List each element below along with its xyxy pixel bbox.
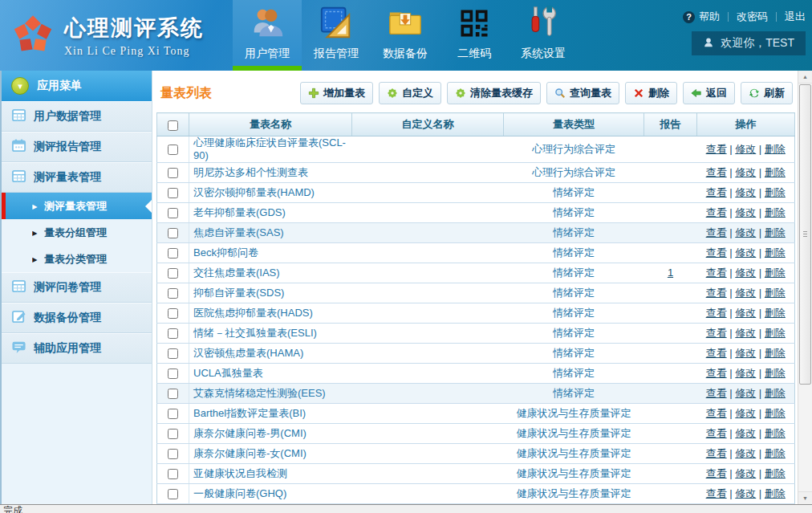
row-checkbox[interactable]	[168, 288, 178, 299]
view-link[interactable]: 查看	[706, 447, 727, 459]
delete-link[interactable]: 删除	[765, 487, 786, 499]
add-scale-button[interactable]: 增加量表	[300, 82, 373, 104]
delete-link[interactable]: 删除	[765, 267, 786, 279]
row-checkbox[interactable]	[168, 145, 178, 155]
edit-link[interactable]: 修改	[735, 143, 756, 155]
sidebar-header[interactable]: ▾ 应用菜单	[2, 71, 152, 101]
view-link[interactable]: 查看	[706, 287, 727, 299]
row-checkbox[interactable]	[168, 188, 178, 198]
row-checkbox[interactable]	[168, 268, 178, 279]
row-checkbox[interactable]	[168, 168, 178, 178]
delete-button[interactable]: 删除	[625, 82, 677, 104]
row-checkbox[interactable]	[168, 429, 178, 439]
nav-item-data-backup[interactable]: 数据备份	[371, 0, 440, 71]
view-link[interactable]: 查看	[706, 347, 727, 359]
help-link[interactable]: 帮助	[699, 10, 720, 24]
view-link[interactable]: 查看	[706, 186, 727, 198]
delete-link[interactable]: 删除	[765, 407, 786, 419]
delete-link[interactable]: 删除	[765, 186, 786, 198]
edit-link[interactable]: 修改	[735, 467, 756, 479]
edit-link[interactable]: 修改	[735, 387, 756, 399]
change-password-link[interactable]: 改密码	[737, 10, 768, 24]
delete-link[interactable]: 删除	[765, 467, 786, 479]
view-link[interactable]: 查看	[706, 307, 727, 319]
sidebar-subitem-scale-grouping[interactable]: ▶ 量表分组管理	[2, 219, 152, 246]
scroll-down-arrow-icon[interactable]: ▼	[798, 491, 812, 504]
nav-item-system-settings[interactable]: 系统设置	[509, 0, 578, 71]
row-checkbox[interactable]	[168, 389, 178, 399]
row-checkbox[interactable]	[168, 368, 178, 379]
nav-item-report-management[interactable]: 报告管理	[302, 0, 371, 71]
clear-scale-cache-button[interactable]: 清除量表缓存	[447, 82, 541, 104]
nav-item-qrcode[interactable]: 二维码	[440, 0, 509, 71]
refresh-button[interactable]: 刷新	[741, 82, 793, 104]
edit-link[interactable]: 修改	[735, 327, 756, 339]
view-link[interactable]: 查看	[706, 267, 727, 279]
sidebar-subitem-scale-management[interactable]: ▶ 测评量表管理	[2, 193, 152, 219]
sidebar-item-scale-management[interactable]: 测评量表管理	[2, 162, 152, 193]
delete-link[interactable]: 删除	[765, 327, 786, 339]
customize-button[interactable]: 自定义	[379, 82, 441, 104]
row-checkbox[interactable]	[168, 469, 178, 479]
row-checkbox[interactable]	[168, 208, 178, 218]
report-count-link[interactable]: 1	[668, 267, 673, 279]
delete-link[interactable]: 删除	[765, 226, 786, 238]
edit-link[interactable]: 修改	[735, 246, 756, 259]
view-link[interactable]: 查看	[706, 467, 727, 479]
edit-link[interactable]: 修改	[735, 487, 756, 499]
vertical-scrollbar[interactable]: ▲ ▼	[798, 71, 812, 504]
edit-link[interactable]: 修改	[735, 367, 756, 379]
edit-link[interactable]: 修改	[735, 166, 756, 178]
row-checkbox[interactable]	[168, 449, 178, 459]
view-link[interactable]: 查看	[706, 246, 727, 259]
row-checkbox[interactable]	[168, 489, 178, 499]
logout-link[interactable]: 退出	[785, 10, 806, 24]
back-button[interactable]: 返回	[683, 82, 735, 104]
delete-link[interactable]: 删除	[765, 427, 786, 439]
nav-item-user-management[interactable]: 用户管理	[233, 0, 302, 71]
delete-link[interactable]: 删除	[765, 387, 786, 399]
delete-link[interactable]: 删除	[765, 447, 786, 459]
sidebar-item-auxiliary-apps[interactable]: 辅助应用管理	[2, 333, 152, 364]
edit-link[interactable]: 修改	[735, 226, 756, 238]
view-link[interactable]: 查看	[706, 387, 727, 399]
search-scale-button[interactable]: 查询量表	[546, 82, 619, 104]
row-checkbox[interactable]	[168, 308, 178, 319]
row-checkbox[interactable]	[168, 328, 178, 339]
edit-link[interactable]: 修改	[735, 427, 756, 439]
edit-link[interactable]: 修改	[735, 407, 756, 419]
view-link[interactable]: 查看	[706, 166, 727, 178]
delete-link[interactable]: 删除	[765, 166, 786, 178]
edit-link[interactable]: 修改	[735, 267, 756, 279]
select-all-checkbox[interactable]	[168, 120, 178, 131]
view-link[interactable]: 查看	[706, 487, 727, 499]
scrollbar-thumb[interactable]	[799, 84, 811, 385]
row-checkbox[interactable]	[168, 248, 178, 259]
delete-link[interactable]: 删除	[765, 246, 786, 259]
edit-link[interactable]: 修改	[735, 287, 756, 299]
edit-link[interactable]: 修改	[735, 347, 756, 359]
delete-link[interactable]: 删除	[765, 287, 786, 299]
delete-link[interactable]: 删除	[765, 347, 786, 359]
sidebar-item-backup-management[interactable]: 数据备份管理	[2, 303, 152, 333]
scroll-up-arrow-icon[interactable]: ▲	[798, 71, 812, 83]
sidebar-item-questionnaire-management[interactable]: 测评问卷管理	[2, 272, 152, 303]
delete-link[interactable]: 删除	[765, 143, 786, 155]
sidebar-subitem-scale-category[interactable]: ▶ 量表分类管理	[2, 246, 152, 272]
view-link[interactable]: 查看	[706, 427, 727, 439]
sidebar-item-user-data[interactable]: 用户数据管理	[2, 101, 152, 132]
view-link[interactable]: 查看	[706, 367, 727, 379]
edit-link[interactable]: 修改	[735, 206, 756, 218]
view-link[interactable]: 查看	[706, 206, 727, 218]
delete-link[interactable]: 删除	[765, 206, 786, 218]
edit-link[interactable]: 修改	[735, 447, 756, 459]
delete-link[interactable]: 删除	[765, 367, 786, 379]
view-link[interactable]: 查看	[706, 327, 727, 339]
delete-link[interactable]: 删除	[765, 307, 786, 319]
sidebar-item-report-management[interactable]: 测评报告管理	[2, 132, 152, 162]
row-checkbox[interactable]	[168, 348, 178, 359]
edit-link[interactable]: 修改	[735, 186, 756, 198]
view-link[interactable]: 查看	[706, 226, 727, 238]
view-link[interactable]: 查看	[706, 143, 727, 155]
row-checkbox[interactable]	[168, 228, 178, 238]
